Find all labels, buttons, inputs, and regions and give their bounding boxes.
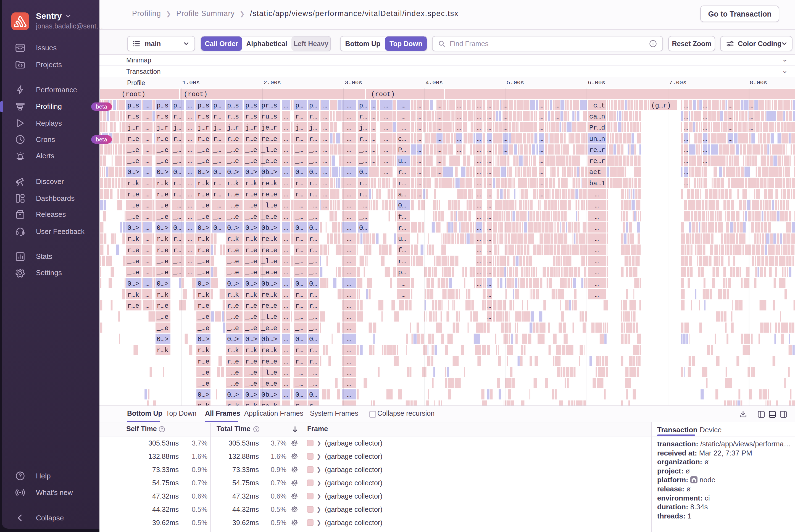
svg-text:r…e: r…e [227, 358, 239, 365]
svg-text:r…: r… [295, 291, 303, 299]
svg-text:r…k: r…k [127, 235, 139, 243]
svg-text:_…e: _…e [197, 325, 209, 332]
svg-text:p…: p… [295, 102, 303, 109]
svg-text:0…>: 0…> [245, 169, 257, 176]
svg-text:r…: r… [173, 191, 181, 198]
svg-text:…: … [146, 180, 149, 187]
svg-text:…: … [540, 146, 543, 154]
svg-text:0…: 0… [295, 280, 303, 288]
svg-text:r…: r… [359, 180, 367, 187]
svg-text:…: … [146, 258, 149, 265]
svg-text:_…: _… [295, 325, 303, 332]
svg-text:…: … [188, 247, 192, 254]
svg-text:0…>: 0…> [157, 224, 169, 232]
svg-text:_…e: _…e [156, 202, 169, 209]
svg-text:0…: 0… [295, 224, 303, 232]
svg-text:re…e: re…e [261, 358, 277, 365]
svg-text:…: … [477, 280, 481, 288]
svg-text:r…: r… [398, 180, 406, 187]
svg-text:…: … [703, 157, 707, 165]
svg-text:…: … [284, 302, 288, 310]
svg-text:…: … [684, 157, 688, 165]
svg-text:_…: _… [295, 213, 303, 221]
svg-text:p…: p… [213, 102, 221, 109]
svg-text:0…>: 0…> [245, 336, 257, 343]
svg-text:…: … [438, 113, 441, 120]
svg-text:…: … [347, 336, 351, 343]
svg-text:r…k: r…k [157, 347, 169, 354]
svg-text:j…: j… [213, 124, 221, 132]
svg-text:…: … [417, 102, 421, 109]
svg-text:…: … [146, 280, 149, 288]
svg-text:…: … [477, 113, 481, 120]
svg-text:…: … [284, 336, 288, 343]
svg-text:…: … [284, 325, 288, 332]
svg-text:…: … [504, 135, 508, 143]
svg-text:_…: _… [295, 369, 303, 377]
svg-text:_…: _… [213, 202, 221, 209]
svg-text:…: … [146, 224, 149, 232]
svg-text:re…k: re…k [261, 347, 277, 354]
svg-text:r…: r… [309, 347, 317, 354]
svg-text:…: … [384, 157, 388, 165]
svg-text:r…: r… [295, 247, 303, 254]
svg-text:…: … [540, 113, 543, 120]
svg-text:…: … [284, 146, 288, 154]
svg-text:j…r: j…r [157, 124, 169, 132]
svg-text:…: … [188, 124, 192, 132]
svg-text:_…e: _…e [245, 269, 257, 276]
svg-text:…: … [595, 280, 599, 288]
svg-text:_…e: _…e [245, 313, 257, 321]
svg-text:j…r: j…r [245, 124, 257, 132]
svg-text:r…e: r…e [157, 302, 169, 310]
svg-text:_…e: _…e [227, 157, 239, 165]
svg-text:…: … [504, 124, 508, 132]
svg-text:…: … [347, 113, 351, 120]
svg-text:…: … [347, 269, 351, 276]
svg-text:_…: _… [173, 202, 181, 209]
svg-text:…: … [540, 157, 543, 165]
svg-text:…: … [384, 102, 388, 109]
svg-text:0…: 0… [359, 169, 367, 176]
svg-text:_…e: _…e [197, 313, 209, 321]
svg-text:f…: f… [398, 247, 406, 254]
svg-text:r…e: r…e [245, 247, 257, 254]
svg-text:…: … [347, 291, 351, 299]
svg-text:r…: r… [309, 180, 317, 187]
svg-text:…: … [487, 224, 491, 232]
svg-text:_l…e: _l…e [261, 369, 277, 377]
svg-text:…: … [684, 102, 688, 109]
svg-text:0…>: 0…> [197, 391, 209, 399]
svg-text:0…>: 0…> [227, 336, 239, 343]
svg-text:…: … [284, 213, 288, 221]
svg-text:0…>: 0…> [127, 280, 139, 288]
svg-text:…: … [487, 213, 491, 221]
svg-text:0…: 0… [309, 336, 317, 343]
svg-text:…: … [323, 113, 327, 120]
svg-text:…: … [284, 102, 288, 109]
svg-text:…: … [417, 135, 421, 143]
svg-text:…: … [457, 146, 461, 154]
svg-text:…: … [487, 202, 491, 209]
svg-text:_…e: _…e [227, 325, 239, 332]
svg-text:…: … [146, 146, 149, 154]
svg-text:_…e: _…e [156, 325, 169, 332]
svg-text:_…: _… [309, 313, 317, 321]
svg-text:…: … [347, 402, 351, 405]
svg-text:…: … [417, 113, 421, 120]
svg-text:…: … [347, 380, 351, 387]
svg-text:r…e: r…e [197, 135, 209, 143]
svg-text:ca…n: ca…n [589, 113, 605, 120]
svg-text:…: … [284, 235, 288, 243]
svg-text:…: … [188, 180, 192, 187]
svg-text:…: … [684, 180, 688, 187]
svg-text:0…: 0… [309, 169, 317, 176]
svg-text:…: … [146, 135, 149, 143]
svg-text:_…e: _…e [156, 146, 169, 154]
svg-text:0b…>: 0b…> [261, 280, 277, 288]
svg-text:_…e: _…e [245, 258, 257, 265]
svg-text:r…: r… [359, 135, 367, 143]
svg-text:…: … [146, 269, 149, 276]
svg-text:r…k: r…k [227, 347, 239, 354]
svg-text:…: … [347, 213, 351, 221]
